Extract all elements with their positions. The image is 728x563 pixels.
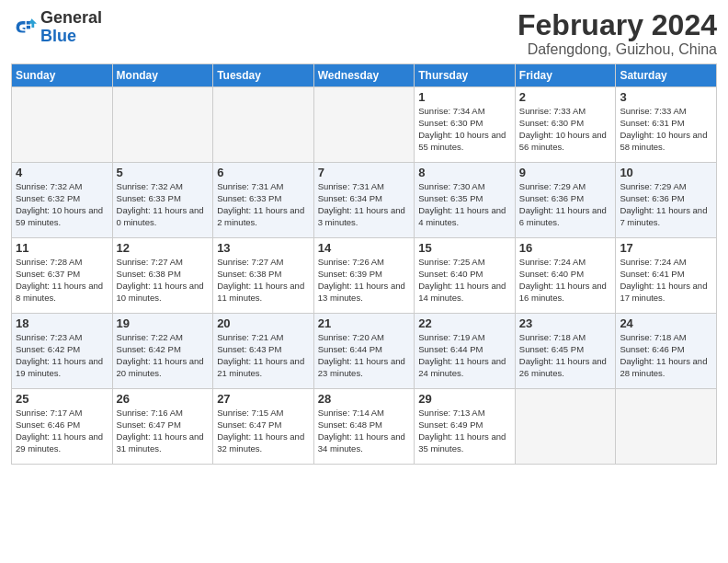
calendar-cell: 1Sunrise: 7:34 AMSunset: 6:30 PMDaylight… <box>415 87 516 163</box>
day-number: 7 <box>318 166 411 179</box>
day-number: 2 <box>519 90 612 104</box>
col-header-sunday: Sunday <box>12 64 113 87</box>
day-info: Sunrise: 7:17 AMSunset: 6:46 PMDaylight:… <box>16 408 108 454</box>
day-number: 24 <box>620 316 712 330</box>
calendar-cell: 23Sunrise: 7:18 AMSunset: 6:45 PMDayligh… <box>515 314 616 389</box>
calendar-cell: 5Sunrise: 7:32 AMSunset: 6:33 PMDaylight… <box>112 163 213 238</box>
day-number: 10 <box>620 166 712 179</box>
day-info: Sunrise: 7:23 AMSunset: 6:42 PMDaylight:… <box>16 332 108 379</box>
week-row-4: 25Sunrise: 7:17 AMSunset: 6:46 PMDayligh… <box>12 389 717 465</box>
calendar-cell: 10Sunrise: 7:29 AMSunset: 6:36 PMDayligh… <box>616 163 717 238</box>
calendar-cell: 16Sunrise: 7:24 AMSunset: 6:40 PMDayligh… <box>515 238 616 314</box>
calendar-cell: 2Sunrise: 7:33 AMSunset: 6:30 PMDaylight… <box>515 87 616 163</box>
day-number: 17 <box>620 241 712 255</box>
calendar-cell: 6Sunrise: 7:31 AMSunset: 6:33 PMDaylight… <box>213 163 314 238</box>
day-info: Sunrise: 7:32 AMSunset: 6:33 PMDaylight:… <box>117 181 210 228</box>
day-info: Sunrise: 7:27 AMSunset: 6:38 PMDaylight:… <box>117 257 210 304</box>
day-number: 23 <box>519 316 612 330</box>
day-info: Sunrise: 7:34 AMSunset: 6:30 PMDaylight:… <box>418 106 511 153</box>
day-info: Sunrise: 7:29 AMSunset: 6:36 PMDaylight:… <box>519 181 612 228</box>
day-info: Sunrise: 7:15 AMSunset: 6:47 PMDaylight:… <box>217 408 310 454</box>
calendar-cell: 9Sunrise: 7:29 AMSunset: 6:36 PMDaylight… <box>515 163 616 238</box>
day-number: 18 <box>16 316 108 330</box>
day-number: 25 <box>16 392 108 406</box>
calendar-cell: 20Sunrise: 7:21 AMSunset: 6:43 PMDayligh… <box>213 314 314 389</box>
day-info: Sunrise: 7:26 AMSunset: 6:39 PMDaylight:… <box>318 257 411 304</box>
col-header-tuesday: Tuesday <box>213 64 314 87</box>
day-number: 15 <box>418 241 511 255</box>
calendar-cell: 27Sunrise: 7:15 AMSunset: 6:47 PMDayligh… <box>213 389 314 465</box>
calendar-cell: 7Sunrise: 7:31 AMSunset: 6:34 PMDaylight… <box>313 163 415 238</box>
calendar-cell: 24Sunrise: 7:18 AMSunset: 6:46 PMDayligh… <box>616 314 717 389</box>
col-header-wednesday: Wednesday <box>313 64 415 87</box>
calendar-cell: 4Sunrise: 7:32 AMSunset: 6:32 PMDaylight… <box>12 163 113 238</box>
day-number: 5 <box>117 166 210 179</box>
day-info: Sunrise: 7:32 AMSunset: 6:32 PMDaylight:… <box>16 181 108 228</box>
col-header-monday: Monday <box>112 64 213 87</box>
calendar-cell: 13Sunrise: 7:27 AMSunset: 6:38 PMDayligh… <box>213 238 314 314</box>
calendar-cell <box>213 87 314 163</box>
day-number: 27 <box>217 392 310 406</box>
day-info: Sunrise: 7:13 AMSunset: 6:49 PMDaylight:… <box>418 408 511 454</box>
calendar-cell: 26Sunrise: 7:16 AMSunset: 6:47 PMDayligh… <box>112 389 213 465</box>
day-info: Sunrise: 7:18 AMSunset: 6:45 PMDaylight:… <box>519 332 612 379</box>
location: Dafengdong, Guizhou, China <box>518 41 717 58</box>
day-info: Sunrise: 7:20 AMSunset: 6:44 PMDaylight:… <box>318 332 411 379</box>
col-header-saturday: Saturday <box>616 64 717 87</box>
day-number: 28 <box>318 392 411 406</box>
day-info: Sunrise: 7:22 AMSunset: 6:42 PMDaylight:… <box>117 332 210 379</box>
day-number: 3 <box>620 90 712 104</box>
col-header-friday: Friday <box>515 64 616 87</box>
header-row: SundayMondayTuesdayWednesdayThursdayFrid… <box>12 64 717 87</box>
day-info: Sunrise: 7:27 AMSunset: 6:38 PMDaylight:… <box>217 257 310 304</box>
calendar-cell: 21Sunrise: 7:20 AMSunset: 6:44 PMDayligh… <box>313 314 415 389</box>
week-row-1: 4Sunrise: 7:32 AMSunset: 6:32 PMDaylight… <box>12 163 717 238</box>
day-info: Sunrise: 7:16 AMSunset: 6:47 PMDaylight:… <box>117 408 210 454</box>
day-number: 16 <box>519 241 612 255</box>
calendar-cell: 8Sunrise: 7:30 AMSunset: 6:35 PMDaylight… <box>415 163 516 238</box>
day-info: Sunrise: 7:31 AMSunset: 6:33 PMDaylight:… <box>217 181 310 228</box>
calendar-cell: 18Sunrise: 7:23 AMSunset: 6:42 PMDayligh… <box>12 314 113 389</box>
logo-icon <box>11 15 37 40</box>
day-number: 14 <box>318 241 411 255</box>
day-info: Sunrise: 7:19 AMSunset: 6:44 PMDaylight:… <box>418 332 511 379</box>
week-row-0: 1Sunrise: 7:34 AMSunset: 6:30 PMDaylight… <box>12 87 717 163</box>
day-number: 21 <box>318 316 411 330</box>
col-header-thursday: Thursday <box>415 64 516 87</box>
logo: General Blue <box>11 9 102 46</box>
calendar-cell <box>515 389 616 465</box>
calendar-cell <box>12 87 113 163</box>
day-info: Sunrise: 7:18 AMSunset: 6:46 PMDaylight:… <box>620 332 712 379</box>
day-info: Sunrise: 7:33 AMSunset: 6:31 PMDaylight:… <box>620 106 712 153</box>
day-info: Sunrise: 7:28 AMSunset: 6:37 PMDaylight:… <box>16 257 108 304</box>
calendar-cell: 19Sunrise: 7:22 AMSunset: 6:42 PMDayligh… <box>112 314 213 389</box>
calendar-table: SundayMondayTuesdayWednesdayThursdayFrid… <box>11 63 717 465</box>
day-number: 4 <box>16 166 108 179</box>
day-number: 1 <box>418 90 511 104</box>
day-info: Sunrise: 7:24 AMSunset: 6:40 PMDaylight:… <box>519 257 612 304</box>
calendar-cell: 28Sunrise: 7:14 AMSunset: 6:48 PMDayligh… <box>313 389 415 465</box>
day-info: Sunrise: 7:25 AMSunset: 6:40 PMDaylight:… <box>418 257 511 304</box>
day-info: Sunrise: 7:24 AMSunset: 6:41 PMDaylight:… <box>620 257 712 304</box>
header: General Blue February 2024 Dafengdong, G… <box>11 9 717 58</box>
calendar-container: General Blue February 2024 Dafengdong, G… <box>0 0 728 472</box>
month-year: February 2024 <box>518 9 717 41</box>
day-number: 19 <box>117 316 210 330</box>
day-number: 26 <box>117 392 210 406</box>
calendar-cell <box>313 87 415 163</box>
logo-text: General Blue <box>40 9 102 46</box>
calendar-cell <box>616 389 717 465</box>
day-number: 12 <box>117 241 210 255</box>
day-info: Sunrise: 7:14 AMSunset: 6:48 PMDaylight:… <box>318 408 411 454</box>
calendar-cell: 14Sunrise: 7:26 AMSunset: 6:39 PMDayligh… <box>313 238 415 314</box>
calendar-cell: 17Sunrise: 7:24 AMSunset: 6:41 PMDayligh… <box>616 238 717 314</box>
day-info: Sunrise: 7:33 AMSunset: 6:30 PMDaylight:… <box>519 106 612 153</box>
calendar-cell: 29Sunrise: 7:13 AMSunset: 6:49 PMDayligh… <box>415 389 516 465</box>
title-area: February 2024 Dafengdong, Guizhou, China <box>518 9 717 58</box>
day-number: 29 <box>418 392 511 406</box>
day-info: Sunrise: 7:29 AMSunset: 6:36 PMDaylight:… <box>620 181 712 228</box>
day-number: 20 <box>217 316 310 330</box>
calendar-cell: 15Sunrise: 7:25 AMSunset: 6:40 PMDayligh… <box>415 238 516 314</box>
day-number: 11 <box>16 241 108 255</box>
day-number: 8 <box>418 166 511 179</box>
